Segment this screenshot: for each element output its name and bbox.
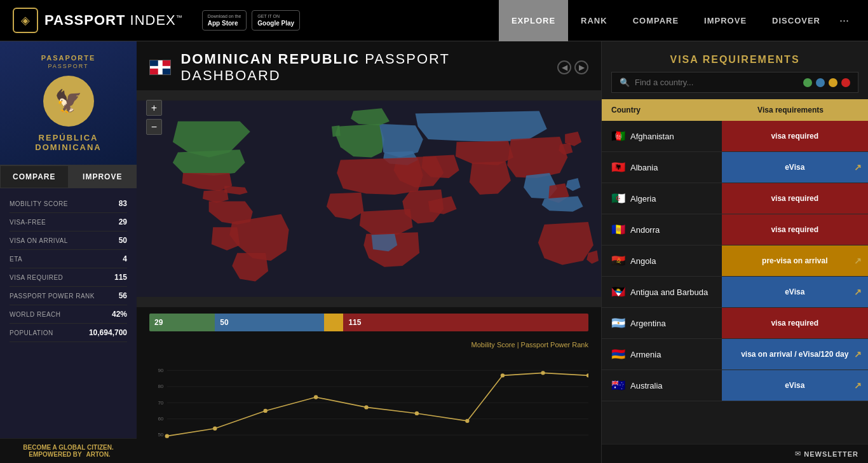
visa-requirement-cell[interactable]: visa on arrival / eVisa/120 day ↗ (722, 339, 868, 370)
sidebar: PASAPORTE PASSPORT 🦅 REPÚBLICA DOMINICAN… (0, 41, 137, 463)
country-row[interactable]: 🇩🇿 Algeria visa required (602, 183, 868, 214)
svg-text:50: 50 (158, 432, 163, 438)
country-name: Angola (630, 256, 656, 266)
stat-row: VISA ON ARRIVAL 50 (10, 232, 127, 250)
country-name-cell: 🇦🇩 Andorra (602, 218, 722, 242)
country-flag: 🇦🇫 (611, 129, 625, 143)
search-input[interactable] (635, 78, 798, 87)
nav-compare[interactable]: COMPARE (620, 0, 691, 41)
country-row[interactable]: 🇦🇷 Argentina visa required (602, 308, 868, 339)
svg-point-18 (501, 373, 505, 377)
country-list[interactable]: 🇦🇫 Afghanistan visa required 🇦🇱 Albania … (602, 121, 868, 444)
dashboard-title-bar: DOMINICAN REPUBLIC PASSPORT DASHBOARD ◀ … (137, 41, 601, 90)
improve-button[interactable]: IMPROVE (69, 165, 137, 188)
country-flag: 🇦🇩 (611, 223, 625, 237)
country-flag: 🇦🇷 (611, 316, 625, 330)
legend-dots (803, 78, 850, 87)
visa-requirement-cell[interactable]: eVisa ↗ (722, 370, 868, 401)
col-visa-header: Visa requirements (722, 106, 858, 114)
country-name: Antigua and Barbuda (630, 287, 708, 297)
stat-row: WORLD REACH 42% (10, 305, 127, 324)
search-bar[interactable]: 🔍 (611, 72, 858, 93)
country-row[interactable]: 🇦🇩 Andorra visa required (602, 214, 868, 245)
external-link-icon[interactable]: ↗ (854, 256, 862, 266)
passport-country1: REPÚBLICA (13, 133, 124, 142)
stat-value: 42% (112, 310, 127, 319)
country-flag: 🇦🇱 (611, 160, 625, 174)
visa-requirement-cell[interactable]: pre-visa on arrival ↗ (722, 245, 868, 276)
score-eta (324, 314, 343, 331)
newsletter-icon: ✉ (795, 450, 801, 458)
country-name-cell: 🇦🇷 Argentina (602, 311, 722, 335)
stat-value: 115 (114, 273, 127, 282)
logo-area: ◈ PASSPORT INDEX™ (13, 8, 183, 33)
stat-value: 50 (119, 236, 127, 245)
stat-label: MOBILITY SCORE (10, 200, 68, 207)
country-name-cell: 🇦🇱 Albania (602, 155, 722, 179)
stat-label: VISA REQUIRED (10, 274, 63, 281)
logo-text: PASSPORT INDEX™ (44, 12, 183, 29)
country-name-cell: 🇩🇿 Algeria (602, 186, 722, 211)
country-name-cell: 🇦🇺 Australia (602, 373, 722, 397)
right-panel: VISA REQUIREMENTS 🔍 Country Visa require… (601, 41, 868, 463)
compare-button[interactable]: COMPARE (0, 165, 69, 188)
visa-type-label: visa on arrival / eVisa/120 day (741, 350, 848, 359)
svg-point-11 (165, 434, 169, 438)
prev-arrow[interactable]: ◀ (557, 60, 571, 74)
nav-more-icon[interactable]: ··· (833, 14, 855, 27)
svg-point-16 (415, 411, 419, 415)
newsletter-bar: ✉ NEWSLETTER (602, 444, 868, 463)
country-row[interactable]: 🇦🇺 Australia eVisa ↗ (602, 370, 868, 401)
country-name: Armenia (630, 350, 661, 359)
country-row[interactable]: 🇦🇴 Angola pre-visa on arrival ↗ (602, 245, 868, 277)
visa-requirement-cell[interactable]: visa required (722, 214, 868, 245)
main-layout: PASAPORTE PASSPORT 🦅 REPÚBLICA DOMINICAN… (0, 41, 868, 463)
nav-explore[interactable]: EXPLORE (499, 0, 568, 41)
external-link-icon[interactable]: ↗ (854, 287, 862, 297)
dominican-republic-flag (149, 60, 171, 75)
world-map[interactable]: + − (137, 90, 601, 307)
stat-label: ETA (10, 256, 22, 263)
external-link-icon[interactable]: ↗ (854, 349, 862, 359)
visa-requirement-cell[interactable]: visa required (722, 308, 868, 338)
title-arrows: ◀ ▶ (557, 60, 588, 74)
passport-emblem: 🦅 (43, 76, 94, 127)
nav: EXPLORE RANK COMPARE IMPROVE DISCOVER ··… (499, 0, 855, 41)
country-name: Andorra (630, 225, 660, 235)
stat-value: 56 (119, 291, 127, 300)
zoom-in-button[interactable]: + (146, 100, 162, 116)
chart-label: Mobility Score | Passport Power Rank (149, 341, 588, 349)
svg-point-19 (541, 371, 545, 375)
google-play-badge[interactable]: GET IT ON Google Play (252, 10, 300, 31)
score-bar: 29 50 115 (149, 314, 588, 331)
store-badges: Download on the App Store GET IT ON Goog… (202, 10, 300, 31)
external-link-icon[interactable]: ↗ (854, 380, 862, 390)
country-flag: 🇦🇺 (611, 378, 625, 392)
country-row[interactable]: 🇦🇱 Albania eVisa ↗ (602, 152, 868, 183)
logo-main: PASSPORT INDEX™ (44, 12, 183, 28)
zoom-out-button[interactable]: − (146, 119, 162, 135)
visa-type-label: eVisa (785, 163, 804, 172)
map-controls: + − (146, 100, 162, 135)
visa-requirement-cell[interactable]: visa required (722, 183, 868, 214)
country-row[interactable]: 🇦🇫 Afghanistan visa required (602, 121, 868, 152)
search-icon: 🔍 (620, 78, 630, 87)
legend-dot-blue (816, 78, 825, 87)
newsletter-label[interactable]: NEWSLETTER (804, 450, 858, 458)
visa-requirement-cell[interactable]: eVisa ↗ (722, 152, 868, 183)
next-arrow[interactable]: ▶ (574, 60, 588, 74)
country-row[interactable]: 🇦🇲 Armenia visa on arrival / eVisa/120 d… (602, 339, 868, 370)
visa-type-label: visa required (771, 225, 818, 234)
nav-improve[interactable]: IMPROVE (691, 0, 759, 41)
country-row[interactable]: 🇦🇬 Antigua and Barbuda eVisa ↗ (602, 277, 868, 308)
country-name: Afghanistan (630, 132, 674, 141)
app-store-badge[interactable]: Download on the App Store (202, 10, 247, 31)
stat-label: VISA ON ARRIVAL (10, 237, 68, 244)
external-link-icon[interactable]: ↗ (854, 162, 862, 172)
country-name-cell: 🇦🇫 Afghanistan (602, 124, 722, 148)
table-header: Country Visa requirements (602, 99, 868, 121)
nav-discover[interactable]: DISCOVER (759, 0, 833, 41)
visa-requirement-cell[interactable]: eVisa ↗ (722, 277, 868, 307)
nav-rank[interactable]: RANK (568, 0, 620, 41)
visa-requirement-cell[interactable]: visa required (722, 121, 868, 151)
